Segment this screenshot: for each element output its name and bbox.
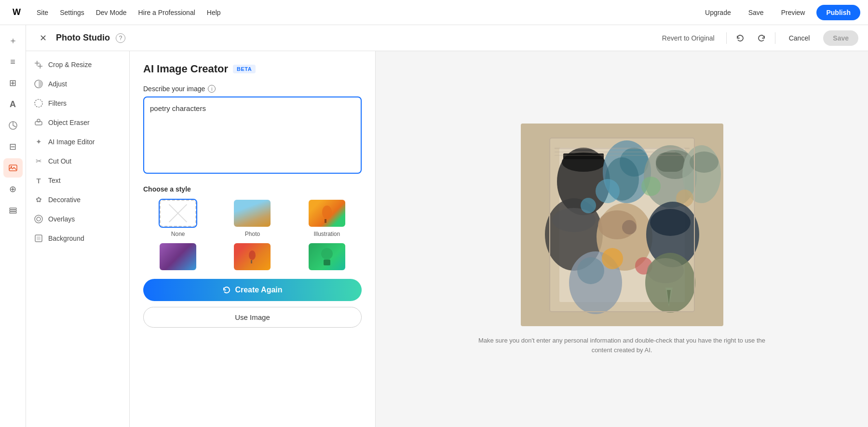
style-none-item[interactable]: None — [143, 199, 213, 237]
pages-icon[interactable]: ≡ — [3, 52, 23, 71]
tool-cut-out[interactable]: ✂ Cut Out — [26, 152, 129, 171]
create-again-button[interactable]: Create Again — [143, 279, 362, 301]
help-icon[interactable]: ? — [116, 33, 125, 43]
nav-help[interactable]: Help — [207, 9, 221, 16]
svg-point-20 — [249, 250, 256, 260]
adjust-icon — [34, 79, 43, 89]
style-photo-item[interactable]: Photo — [217, 199, 287, 237]
tool-text[interactable]: T Text — [26, 171, 129, 190]
style-6-preview — [309, 243, 345, 270]
use-image-button[interactable]: Use Image — [143, 307, 362, 328]
filters-icon — [34, 98, 43, 108]
ai-creator-header: AI Image Creator BETA — [143, 63, 362, 75]
svg-rect-4 — [10, 210, 16, 211]
text-icon: T — [34, 176, 43, 185]
integrations-icon[interactable]: ⊕ — [3, 179, 23, 199]
svg-point-14 — [35, 215, 42, 223]
svg-point-39 — [641, 177, 661, 196]
style-none-label: None — [171, 231, 185, 237]
header-divider — [726, 32, 727, 44]
tool-ai-editor-label: AI Image Editor — [48, 138, 95, 146]
background-icon — [34, 234, 43, 243]
tool-object-eraser[interactable]: Object Eraser — [26, 113, 129, 132]
publish-button[interactable]: Publish — [816, 5, 860, 20]
upgrade-button[interactable]: Upgrade — [699, 6, 737, 19]
revert-button[interactable]: Revert to Original — [656, 31, 720, 45]
modal-title: Photo Studio — [56, 33, 110, 43]
layers-icon[interactable] — [3, 201, 23, 220]
style-none-preview — [160, 200, 196, 227]
colors-icon[interactable] — [3, 116, 23, 135]
style-grid: None Photo — [143, 199, 362, 237]
style-none-thumb — [159, 199, 197, 228]
nav-site[interactable]: Site — [37, 9, 48, 16]
overlays-icon — [34, 214, 43, 224]
svg-rect-3 — [10, 208, 16, 209]
svg-point-45 — [622, 220, 637, 234]
describe-info-icon[interactable]: i — [208, 85, 216, 93]
wix-logo: W — [8, 4, 25, 21]
style-5-preview — [234, 243, 271, 270]
style-6-item[interactable] — [292, 242, 362, 271]
tool-background[interactable]: Background — [26, 229, 129, 248]
save-modal-button[interactable]: Save — [823, 30, 858, 46]
style-illus-thumb — [308, 199, 346, 228]
preview-caption: Make sure you don't enter any personal i… — [477, 336, 767, 355]
tool-overlays[interactable]: Overlays — [26, 209, 129, 229]
svg-rect-55 — [555, 148, 690, 149]
tool-decorative-label: Decorative — [48, 196, 81, 204]
blocks-icon[interactable]: ⊞ — [3, 73, 23, 93]
style-photo-thumb — [233, 199, 271, 228]
object-eraser-icon — [34, 118, 43, 127]
close-button[interactable]: ✕ — [36, 31, 50, 45]
svg-rect-29 — [563, 153, 604, 159]
tool-decorative[interactable]: ✿ Decorative — [26, 190, 129, 209]
apps-icon[interactable]: ⊟ — [3, 137, 23, 156]
tool-eraser-label: Object Eraser — [48, 119, 90, 126]
svg-point-22 — [321, 248, 333, 260]
redo-button[interactable] — [754, 30, 769, 46]
beta-badge: BETA — [233, 65, 256, 73]
describe-textarea[interactable]: poetry characters — [143, 96, 362, 174]
preview-panel: Make sure you don't enter any personal i… — [376, 51, 868, 427]
modal-overlay: ✕ Photo Studio ? Revert to Original Canc… — [26, 25, 868, 427]
header-divider-2 — [775, 32, 775, 44]
undo-button[interactable] — [732, 30, 748, 46]
svg-point-49 — [577, 257, 604, 284]
tool-ai-image-editor[interactable]: ✦ AI Image Editor — [26, 132, 129, 152]
cancel-button[interactable]: Cancel — [781, 31, 818, 45]
svg-rect-57 — [555, 155, 685, 156]
style-illus-preview — [309, 200, 345, 227]
tool-adjust[interactable]: Adjust — [26, 74, 129, 94]
tool-background-label: Background — [48, 234, 84, 242]
top-nav-right: Upgrade Save Preview Publish — [699, 5, 860, 20]
svg-point-15 — [37, 217, 41, 221]
left-sidebar: ＋ ≡ ⊞ A ⊟ ⊕ — [0, 25, 26, 427]
ai-image-editor-icon: ✦ — [34, 137, 43, 147]
style-5-item[interactable] — [217, 242, 287, 271]
svg-point-52 — [581, 198, 596, 213]
svg-rect-21 — [251, 260, 252, 263]
style-illustration-item[interactable]: Illustration — [292, 199, 362, 237]
tool-crop-label: Crop & Resize — [48, 61, 92, 69]
svg-point-50 — [602, 248, 623, 269]
add-icon[interactable]: ＋ — [3, 31, 23, 50]
decorative-icon: ✿ — [34, 195, 43, 205]
svg-point-54 — [647, 258, 684, 283]
nav-dev-mode[interactable]: Dev Mode — [96, 9, 127, 16]
svg-rect-5 — [10, 212, 16, 213]
typography-icon[interactable]: A — [3, 95, 23, 114]
style-4-item[interactable] — [143, 242, 213, 271]
tool-filters[interactable]: Filters — [26, 94, 129, 113]
nav-settings[interactable]: Settings — [60, 9, 84, 16]
media-icon[interactable] — [3, 158, 23, 178]
preview-image — [521, 124, 723, 326]
style-5-thumb — [233, 242, 271, 271]
top-nav: W Site Settings Dev Mode Hire a Professi… — [0, 0, 868, 25]
tool-crop-resize[interactable]: Crop & Resize — [26, 55, 129, 74]
svg-rect-23 — [324, 260, 330, 265]
top-save-button[interactable]: Save — [743, 6, 770, 19]
preview-button[interactable]: Preview — [775, 6, 811, 19]
nav-hire[interactable]: Hire a Professional — [138, 9, 195, 16]
modal-body: Crop & Resize Adjust Filters — [26, 51, 868, 427]
